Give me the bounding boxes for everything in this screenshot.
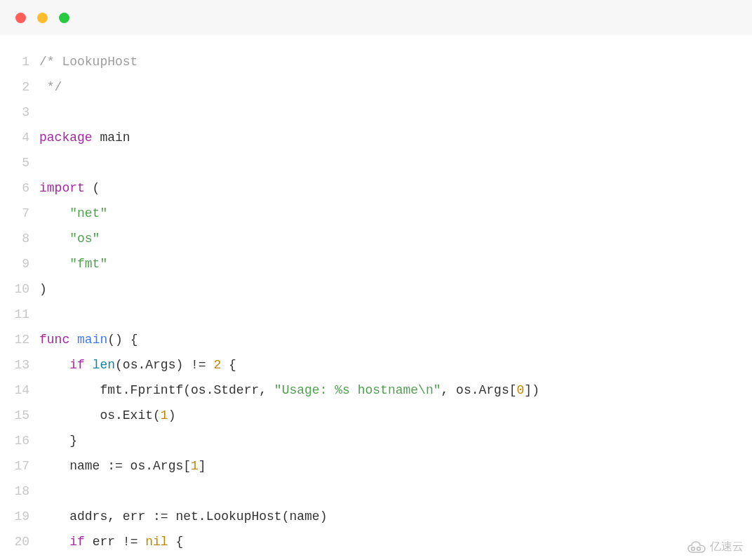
token-cm: /* LookupHost (39, 55, 137, 69)
token-nl: nil (145, 535, 168, 549)
code-line: 18 (0, 479, 752, 504)
token-pn: ) (168, 408, 176, 422)
token-pn (39, 358, 69, 372)
token-nm: 2 (213, 358, 221, 372)
line-content: if len(os.Args) != 2 { (39, 352, 236, 378)
token-pn: name := os.Args[ (39, 459, 191, 473)
code-line: 11 (0, 302, 752, 327)
line-content: /* LookupHost (39, 49, 137, 74)
code-line: 3 (0, 100, 752, 125)
line-content: "os" (39, 226, 100, 251)
token-kw: if (69, 535, 85, 549)
token-kw: func (39, 333, 69, 347)
line-number: 5 (0, 150, 39, 175)
code-line: 12func main() { (0, 327, 752, 352)
line-number: 9 (0, 251, 39, 276)
token-st: "fmt" (69, 257, 107, 271)
token-pn: } (39, 434, 77, 448)
code-line: 17 name := os.Args[1] (0, 453, 752, 479)
line-number: 19 (0, 504, 39, 529)
code-line: 4package main (0, 125, 752, 150)
token-pn (39, 232, 69, 246)
line-content: "fmt" (39, 251, 107, 276)
line-number: 15 (0, 403, 39, 428)
token-pn: (os.Args) != (115, 358, 213, 372)
watermark: 亿速云 (685, 538, 746, 556)
line-number: 18 (0, 479, 39, 504)
code-line: 9 "fmt" (0, 251, 752, 276)
token-pn: os.Exit( (39, 408, 161, 422)
token-kw: import (39, 181, 85, 195)
code-line: 19 addrs, err := net.LookupHost(name) (0, 504, 752, 529)
line-content: addrs, err := net.LookupHost(name) (39, 504, 327, 529)
line-content: ) (39, 276, 47, 302)
line-number: 1 (0, 49, 39, 74)
token-pn: { (221, 358, 236, 372)
token-cm: */ (39, 80, 62, 94)
line-content: func main() { (39, 327, 137, 352)
line-number: 13 (0, 352, 39, 378)
line-number: 3 (0, 100, 39, 125)
line-number: 12 (0, 327, 39, 352)
token-kw: if (69, 358, 85, 372)
line-content: } (39, 428, 77, 453)
line-content: import ( (39, 175, 100, 201)
token-pn (69, 333, 77, 347)
code-window: 1/* LookupHost2 */34package main56import… (0, 0, 752, 560)
token-pn: () (107, 333, 123, 347)
token-pn: ( (85, 181, 100, 195)
line-content: package main (39, 125, 130, 150)
token-pn: { (123, 333, 138, 347)
code-line: 14 fmt.Fprintf(os.Stderr, "Usage: %s hos… (0, 378, 752, 403)
line-content: name := os.Args[1] (39, 453, 206, 479)
token-pn: ) (39, 282, 47, 296)
token-pn (39, 535, 69, 549)
token-nm: 1 (191, 459, 199, 473)
token-st: "os" (69, 232, 100, 246)
token-nm: 0 (517, 383, 525, 397)
line-number: 4 (0, 125, 39, 150)
zoom-icon[interactable] (59, 13, 69, 23)
token-kw: package (39, 131, 93, 145)
token-bi: len (93, 358, 115, 372)
token-pn (39, 257, 69, 271)
line-content: os.Exit(1) (39, 403, 175, 428)
line-content: if err != nil { (39, 529, 183, 554)
line-number: 11 (0, 302, 39, 327)
code-line: 8 "os" (0, 226, 752, 251)
code-line: 16 } (0, 428, 752, 453)
token-pn: addrs, err := net.LookupHost(name) (39, 509, 327, 524)
token-pn: ]) (524, 383, 539, 397)
code-line: 6import ( (0, 175, 752, 201)
line-number: 20 (0, 529, 39, 554)
code-line: 15 os.Exit(1) (0, 403, 752, 428)
titlebar (0, 0, 752, 35)
svg-point-0 (692, 547, 695, 550)
token-pn: { (168, 535, 184, 549)
traffic-lights (15, 13, 69, 23)
token-pn: fmt.Fprintf(os.Stderr, (39, 383, 274, 397)
token-pn: , os.Args[ (441, 383, 517, 397)
code-line: 1/* LookupHost (0, 49, 752, 74)
minimize-icon[interactable] (37, 13, 48, 23)
line-number: 7 (0, 201, 39, 226)
code-line: 7 "net" (0, 201, 752, 226)
token-pn (85, 358, 93, 372)
code-line: 5 (0, 150, 752, 175)
token-st: "net" (69, 206, 107, 220)
line-content: "net" (39, 201, 107, 226)
token-fn: main (77, 333, 107, 347)
token-pn: ] (199, 459, 206, 473)
svg-point-1 (697, 547, 701, 550)
code-line: 10) (0, 276, 752, 302)
code-line: 20 if err != nil { (0, 529, 752, 554)
token-pn: main (93, 131, 130, 145)
line-number: 8 (0, 226, 39, 251)
token-st: "Usage: %s hostname\n" (274, 383, 441, 397)
line-content: fmt.Fprintf(os.Stderr, "Usage: %s hostna… (39, 378, 539, 403)
token-nm: 1 (161, 408, 168, 422)
line-number: 2 (0, 74, 39, 100)
code-area: 1/* LookupHost2 */34package main56import… (0, 35, 752, 554)
line-number: 17 (0, 453, 39, 479)
close-icon[interactable] (15, 13, 26, 23)
